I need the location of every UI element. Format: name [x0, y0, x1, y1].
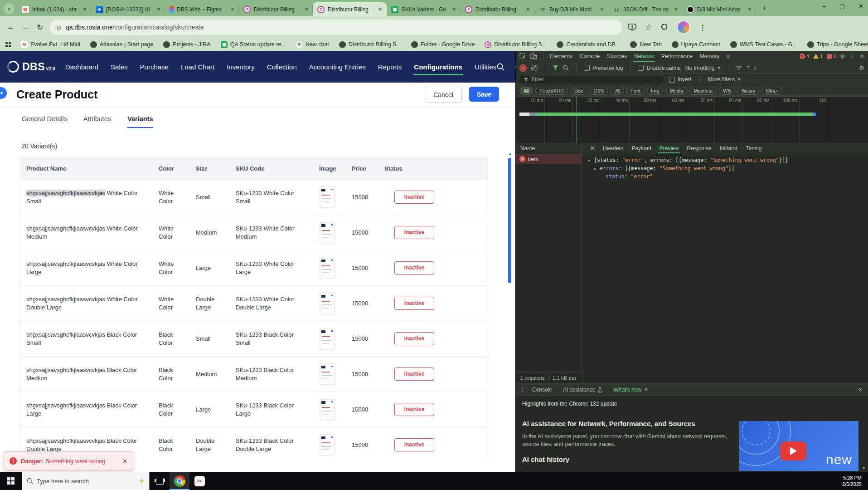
extensions-icon[interactable] [660, 24, 668, 31]
devtools-close-icon[interactable]: ✕ [860, 53, 864, 59]
bookmark-item[interactable]: Trips - Google Sheets [807, 41, 868, 48]
export-har-icon[interactable]: ⭣ [754, 65, 756, 71]
drawer-tab-ai-assistance[interactable]: AI assistance [558, 384, 607, 395]
network-search-icon[interactable] [563, 65, 569, 71]
bookmark-item[interactable]: ⊘Distributor Billing S... [485, 41, 547, 48]
detail-close-icon[interactable]: ✕ [586, 143, 599, 153]
taskbar-search-box[interactable]: Type here to search [22, 472, 150, 490]
tab-search-button[interactable]: v [4, 3, 15, 14]
filter-chip-js[interactable]: JS [610, 87, 624, 95]
nav-item-dashboard[interactable]: Dashboard [65, 51, 98, 83]
network-conditions-icon[interactable] [736, 65, 742, 70]
filter-chip-other[interactable]: Other [761, 87, 782, 95]
devtools-settings-icon[interactable]: ⚙ [840, 53, 845, 60]
product-image-thumbnail[interactable] [320, 328, 335, 349]
filter-chip-fetchxhr[interactable]: Fetch/XHR [535, 87, 568, 95]
table-row[interactable]: shgxsajjsavsghcfkjlaasvcvkjas Black Colo… [21, 356, 488, 392]
tab-close-icon[interactable]: ✕ [155, 6, 162, 13]
taskbar-chrome-icon[interactable] [170, 472, 189, 490]
request-row-item[interactable]: ✕ item [516, 154, 582, 164]
tab-close-icon[interactable]: ✕ [377, 6, 384, 13]
tab-close-icon[interactable]: ✕ [524, 6, 532, 13]
bookmark-item[interactable]: Projects - JIRA [163, 41, 210, 48]
devtools-tab-console[interactable]: Console [576, 51, 603, 62]
filter-toggle-icon[interactable] [553, 65, 558, 70]
invert-checkbox[interactable]: Invert [669, 76, 691, 83]
product-image-thumbnail[interactable] [320, 187, 335, 208]
import-har-icon[interactable]: ⭡ [747, 65, 749, 71]
browser-tab[interactable]: ▦SKUs Varient - Go✕ [387, 2, 461, 16]
page-scrollbar-thumb[interactable] [508, 158, 511, 283]
bookmark-item[interactable]: ✳New chat [296, 41, 329, 48]
detail-tab-initiator[interactable]: Initiator [716, 143, 742, 153]
browser-tab[interactable]: DJI Mic Mini Adap✕ [682, 2, 756, 16]
drawer-scroll-down-icon[interactable]: ▼ [862, 466, 866, 470]
nav-item-load-chart[interactable]: Load Chart [181, 51, 214, 83]
detail-tab-response[interactable]: Response [683, 143, 715, 153]
tab-close-icon[interactable]: ✕ [81, 6, 88, 13]
cancel-button[interactable]: Cancel [425, 87, 462, 103]
table-row[interactable]: shgxsajjsavsghcfkjlaasvcvkjas Black Colo… [21, 392, 488, 427]
more-filters-dropdown[interactable]: More filters▼ [708, 76, 741, 83]
throttling-dropdown[interactable]: No throttling▼ [685, 65, 721, 71]
drawer-close-icon[interactable]: ✕ [858, 387, 864, 393]
tab-attributes[interactable]: Attributes [83, 107, 111, 131]
scroll-up-arrow[interactable]: ▲ [508, 152, 512, 156]
product-image-thumbnail[interactable] [320, 258, 335, 279]
filter-chip-wasm[interactable]: Wasm [737, 87, 760, 95]
network-settings-gear-icon[interactable]: ⚙ [859, 64, 864, 71]
start-button[interactable] [0, 472, 22, 490]
filter-chip-ws[interactable]: WS [719, 87, 735, 95]
drawer-tab-whats-new[interactable]: What's new ✕ [609, 384, 653, 395]
bookmark-item[interactable]: Upaya Connect [672, 41, 720, 48]
filter-chip-manifest[interactable]: Manifest [689, 87, 717, 95]
address-bar[interactable]: ⊜ qa.dbs.rosia.one/configuration/catalog… [50, 20, 622, 35]
browser-tab[interactable]: ◆[ROSIA-13233] UI✕ [91, 2, 165, 16]
table-row[interactable]: shgxsajjsavsghcfkjlaasvcvkjas White Colo… [21, 215, 488, 250]
filter-chip-doc[interactable]: Doc [570, 87, 587, 95]
device-toolbar-icon[interactable] [529, 53, 538, 60]
expand-arrow-icon[interactable]: ▶ [594, 165, 600, 173]
request-waterfall-bar[interactable] [519, 113, 816, 116]
task-view-button[interactable] [150, 472, 170, 490]
filter-chip-all[interactable]: All [519, 87, 533, 95]
devtools-tab-elements[interactable]: Elements [546, 51, 576, 62]
console-warnings-badge[interactable]: 1 [813, 54, 823, 59]
menu-kebab-icon[interactable]: ⋮ [699, 23, 706, 32]
bookmark-item[interactable]: WMS Test Cases - G... [730, 41, 797, 48]
taskbar-clock[interactable]: 5:28 PM 2/5/2025 [842, 472, 868, 490]
reload-button[interactable]: ↻ [33, 20, 47, 34]
bookmark-item[interactable]: ▦QA Status update re... [221, 41, 286, 48]
nav-item-configurations[interactable]: Configurations [414, 51, 462, 83]
devtools-tab-network[interactable]: Network [630, 51, 658, 62]
bookmark-item[interactable]: New Tab [630, 41, 661, 48]
json-line[interactable]: ▶errors: [{message: "Something went wron… [588, 165, 868, 173]
detail-tab-preview[interactable]: Preview [655, 143, 683, 153]
apps-grid-icon[interactable] [5, 42, 11, 47]
bookmark-item[interactable]: Credentials and DB... [557, 41, 620, 48]
browser-tab[interactable]: ⊘Distributor Billing✕ [313, 2, 387, 16]
nav-item-purchase[interactable]: Purchase [140, 51, 169, 83]
maximize-button[interactable]: ▢ [839, 3, 845, 10]
tab-close-icon[interactable]: ✕ [672, 6, 679, 13]
product-image-thumbnail[interactable] [320, 293, 335, 314]
inspect-element-icon[interactable] [519, 53, 527, 60]
product-image-thumbnail[interactable] [320, 364, 335, 385]
filter-chip-img[interactable]: Img [647, 87, 663, 95]
site-info-icon[interactable]: ⊜ [56, 24, 61, 31]
json-line[interactable]: ▼{status: "error", errors: [{message: "S… [588, 157, 868, 165]
detail-tab-timing[interactable]: Timing [742, 143, 766, 153]
new-tab-button[interactable]: + [759, 2, 771, 14]
bookmark-star-icon[interactable]: ☆ [645, 23, 652, 32]
nav-item-utilities[interactable]: Utilities [475, 51, 496, 83]
tab-variants[interactable]: Variants [127, 107, 153, 131]
browser-tab[interactable]: MInbox (1,624) - shr✕ [17, 2, 91, 16]
table-row[interactable]: shgxsajjsavsghcfkjlaasvcvkjas White Colo… [21, 250, 488, 285]
expand-arrow-icon[interactable]: ▼ [588, 157, 594, 165]
drawer-kebab-icon[interactable]: ⋮ [519, 387, 526, 393]
save-button[interactable]: Save [469, 87, 499, 102]
record-network-log-button[interactable] [519, 64, 527, 72]
filter-chip-media[interactable]: Media [665, 87, 687, 95]
tab-close-icon[interactable]: ✕ [598, 6, 606, 13]
status-inactive-button[interactable]: Inactive [394, 191, 434, 204]
